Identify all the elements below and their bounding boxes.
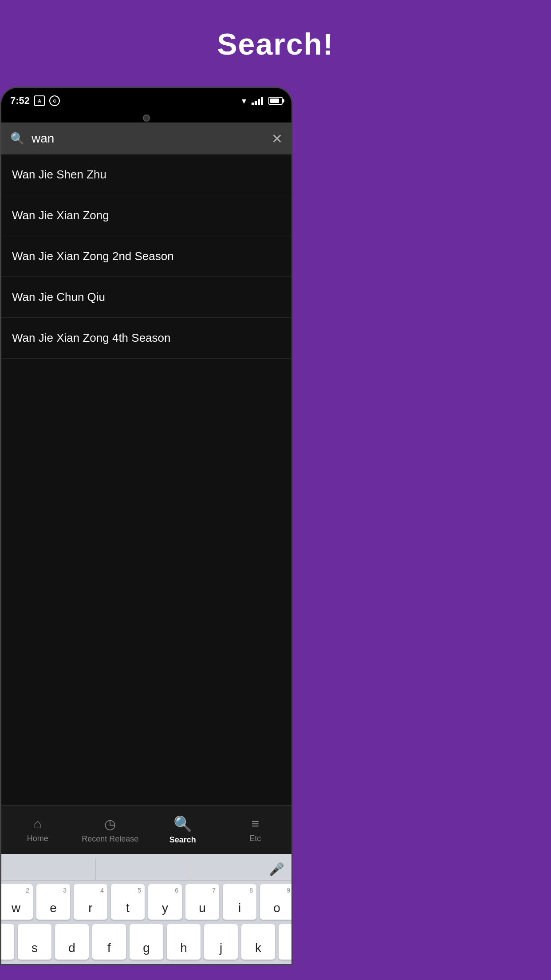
key-d[interactable]: d <box>55 924 89 960</box>
key-l[interactable]: l <box>279 924 293 960</box>
result-item-4[interactable]: Wan Jie Chun Qiu <box>1 277 291 318</box>
title-area: Search! <box>0 0 551 79</box>
nav-item-search[interactable]: 🔍 Search <box>146 815 219 845</box>
status-icon-circle: ⊙ <box>49 95 60 106</box>
status-left: 7:52 A ⊙ <box>10 95 60 107</box>
phone-frame: 7:52 A ⊙ ▾ 🔍 wan ✕ Wa <box>0 87 293 965</box>
nav-label-etc: Etc <box>249 834 261 843</box>
nav-label-recent: Recent Release <box>82 834 138 844</box>
key-t[interactable]: 5t <box>111 884 145 920</box>
key-k[interactable]: k <box>241 924 275 960</box>
clear-search-button[interactable]: ✕ <box>272 131 283 146</box>
key-j[interactable]: j <box>204 924 238 960</box>
status-icon-a: A <box>34 95 45 106</box>
key-f[interactable]: f <box>92 924 126 960</box>
result-item-5[interactable]: Wan Jie Xian Zong 4th Season <box>1 318 291 359</box>
keyboard-section-1 <box>1 858 96 880</box>
nav-label-home: Home <box>27 834 48 843</box>
key-i[interactable]: 8i <box>223 884 256 920</box>
results-list: Wan Jie Shen Zhu Wan Jie Xian Zong Wan J… <box>1 154 291 805</box>
home-icon: ⌂ <box>34 816 42 831</box>
bottom-nav: ⌂ Home ◷ Recent Release 🔍 Search ≡ Etc <box>1 805 291 854</box>
keyboard-area: 🎤 1q 2w 3e 4r 5t 6y 7u 8i 9o 0p a s d f … <box>1 854 291 964</box>
keyboard-row-1: 1q 2w 3e 4r 5t 6y 7u 8i 9o 0p <box>1 884 291 920</box>
camera-area <box>1 114 291 122</box>
battery-icon <box>268 97 283 105</box>
nav-item-home[interactable]: ⌂ Home <box>1 816 74 843</box>
result-item-3[interactable]: Wan Jie Xian Zong 2nd Season <box>1 236 291 277</box>
page-title: Search! <box>0 27 551 61</box>
key-w[interactable]: 2w <box>0 884 33 920</box>
key-g[interactable]: g <box>130 924 163 960</box>
recent-icon: ◷ <box>104 816 116 832</box>
key-u[interactable]: 7u <box>185 884 219 920</box>
status-time: 7:52 <box>10 95 30 107</box>
keyboard-row-2: a s d f g h j k l <box>1 924 291 960</box>
search-query-text[interactable]: wan <box>31 131 264 146</box>
key-y[interactable]: 6y <box>148 884 182 920</box>
status-bar: 7:52 A ⊙ ▾ <box>1 88 291 114</box>
keyboard-section-3: 🎤 <box>190 858 291 880</box>
key-e[interactable]: 3e <box>36 884 70 920</box>
key-h[interactable]: h <box>167 924 201 960</box>
key-r[interactable]: 4r <box>74 884 107 920</box>
keyboard-section-2 <box>96 858 190 880</box>
mic-icon[interactable]: 🎤 <box>269 862 284 877</box>
nav-search-icon: 🔍 <box>173 815 192 833</box>
nav-item-recent[interactable]: ◷ Recent Release <box>74 816 147 844</box>
camera-dot <box>143 115 150 122</box>
result-item-1[interactable]: Wan Jie Shen Zhu <box>1 154 291 195</box>
key-a[interactable]: a <box>0 924 14 960</box>
keyboard-top-row: 🎤 <box>1 858 291 881</box>
search-icon: 🔍 <box>10 132 24 146</box>
etc-icon: ≡ <box>251 816 259 831</box>
key-s[interactable]: s <box>18 924 51 960</box>
result-item-2[interactable]: Wan Jie Xian Zong <box>1 195 291 236</box>
key-o[interactable]: 9o <box>260 884 293 920</box>
search-bar[interactable]: 🔍 wan ✕ <box>1 122 291 154</box>
status-right: ▾ <box>242 95 283 106</box>
signal-icon <box>252 96 263 105</box>
wifi-icon: ▾ <box>242 95 246 106</box>
nav-label-search: Search <box>169 835 196 845</box>
nav-item-etc[interactable]: ≡ Etc <box>219 816 292 843</box>
